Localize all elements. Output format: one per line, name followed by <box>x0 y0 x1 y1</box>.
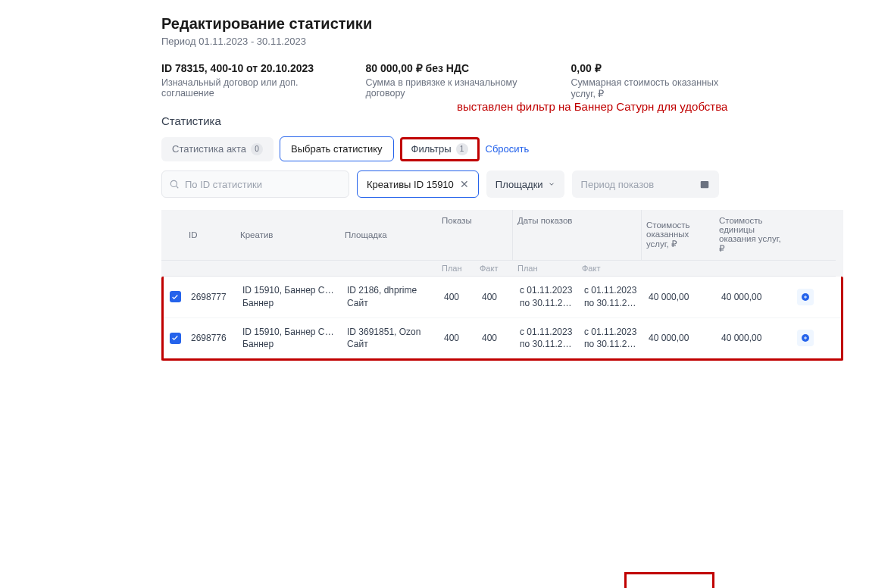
table-header: ID Креатив Площадка Показы Даты показов … <box>161 210 843 261</box>
add-row-button[interactable] <box>797 330 814 346</box>
creative-filter-chip[interactable]: Креативы ID 15910 ✕ <box>357 170 479 198</box>
search-input[interactable] <box>161 170 349 198</box>
cell-imp-fact: 400 <box>477 318 515 359</box>
cell-id: 2698777 <box>186 277 238 317</box>
cell-cost-services: 40 000,00 <box>644 277 717 317</box>
cell-cost-unit: 40 000,00 <box>717 277 793 317</box>
period-text: Период 01.11.2023 - 30.11.2023 <box>161 36 730 47</box>
th-plan-1: План <box>437 261 475 277</box>
th-fact-1: Факт <box>475 261 513 277</box>
chevron-down-icon <box>548 180 555 188</box>
plus-circle-icon <box>801 292 810 302</box>
summary-total-label: Суммарная стоимость оказанных услуг, ₽ <box>571 77 730 99</box>
period-label: Период показов <box>581 179 654 190</box>
table-body-highlighted: 2698777 ID 15910, Баннер Сату… Баннер ID… <box>161 277 843 361</box>
svg-point-0 <box>170 180 177 186</box>
red-annotation: выставлен фильтр на Баннер Сатурн для уд… <box>457 100 727 113</box>
plus-circle-icon <box>801 333 810 342</box>
cell-date-plan: с 01.11.2023 по 30.11.2023 <box>515 277 580 317</box>
th-impressions: Показы <box>437 210 513 261</box>
th-creative: Креатив <box>236 210 340 261</box>
svg-line-1 <box>177 186 179 189</box>
filters-count: 1 <box>456 143 468 155</box>
stat-act-count: 0 <box>251 143 263 155</box>
table-subheader: План Факт План Факт <box>161 261 843 277</box>
summary-id-label: Изначальный договор или доп. соглашение <box>161 77 327 99</box>
cell-date-fact: с 01.11.2023 по 30.11.2023 <box>580 318 644 359</box>
check-icon <box>171 334 179 342</box>
creative-chip-label: Креативы ID 15910 <box>367 179 454 190</box>
period-input[interactable]: Период показов <box>572 170 719 198</box>
reset-link[interactable]: Сбросить <box>486 143 530 155</box>
stat-act-label: Статистика акта <box>172 143 246 155</box>
calendar-icon <box>699 179 710 189</box>
cell-date-plan: с 01.11.2023 по 30.11.2023 <box>515 318 580 359</box>
th-cost-unit: Стоимость единицы оказания услуг, ₽ <box>714 210 790 261</box>
cell-creative: ID 15910, Баннер Сату… Баннер <box>238 318 342 359</box>
placements-dropdown[interactable]: Площадки <box>486 170 564 198</box>
page-title: Редактирование статистики <box>161 15 730 33</box>
section-title: Статистика <box>161 114 730 127</box>
th-cost-services: Стоимость оказанных услуг, ₽ <box>642 210 714 261</box>
summary-total-value: 0,00 ₽ <box>571 62 730 74</box>
th-fact-2: Факт <box>577 261 642 277</box>
stat-act-tab[interactable]: Статистика акта 0 <box>161 137 274 161</box>
cell-creative: ID 15910, Баннер Сату… Баннер <box>238 277 342 317</box>
summary-sum-value: 80 000,00 ₽ без НДС <box>365 62 533 74</box>
cell-imp-plan: 400 <box>439 318 477 359</box>
add-button-highlight: Добавить <box>624 572 714 588</box>
close-icon[interactable]: ✕ <box>460 178 469 190</box>
placements-label: Площадки <box>496 179 543 190</box>
cell-placement: ID 3691851, Ozon Сайт <box>342 318 439 359</box>
check-icon <box>171 293 179 301</box>
summary-row: ID 78315, 400-10 от 20.10.2023 Изначальн… <box>161 62 730 99</box>
cell-imp-plan: 400 <box>439 277 477 317</box>
cell-imp-fact: 400 <box>477 277 515 317</box>
th-plan-2: План <box>513 261 577 277</box>
cell-cost-unit: 40 000,00 <box>717 318 793 359</box>
cell-cost-services: 40 000,00 <box>644 318 717 359</box>
th-dates: Даты показов <box>513 210 642 261</box>
cell-placement: ID 2186, dhprime Сайт <box>342 277 439 317</box>
row-checkbox[interactable] <box>170 291 181 302</box>
filters-button[interactable]: Фильтры 1 <box>400 137 480 161</box>
search-icon <box>169 179 180 189</box>
table-row[interactable]: 2698776 ID 15910, Баннер Сату… Баннер ID… <box>164 318 841 359</box>
add-row-button[interactable] <box>797 289 814 305</box>
summary-sum-label: Сумма в привязке к изначальному договору <box>365 77 533 99</box>
cell-id: 2698776 <box>186 318 238 359</box>
th-placement: Площадка <box>340 210 437 261</box>
table-row[interactable]: 2698777 ID 15910, Баннер Сату… Баннер ID… <box>164 277 841 318</box>
choose-stat-button[interactable]: Выбрать статистику <box>280 136 394 161</box>
cell-date-fact: с 01.11.2023 по 30.11.2023 <box>580 277 644 317</box>
filters-label: Фильтры <box>411 143 452 155</box>
svg-rect-2 <box>701 181 709 188</box>
th-id: ID <box>184 210 236 261</box>
summary-id-value: ID 78315, 400-10 от 20.10.2023 <box>161 62 327 74</box>
choose-stat-label: Выбрать статистику <box>291 143 383 155</box>
row-checkbox[interactable] <box>170 333 181 344</box>
